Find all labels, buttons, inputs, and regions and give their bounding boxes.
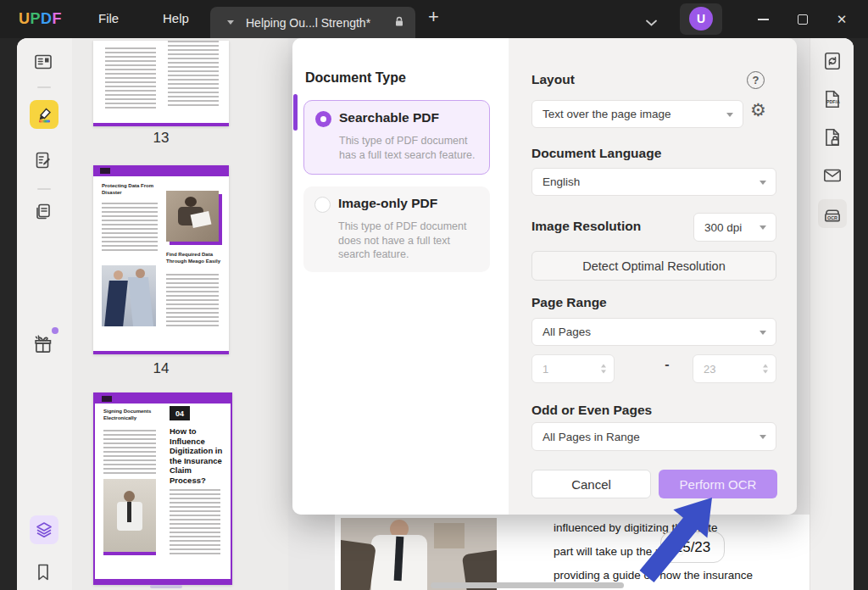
question-mark: ? [753, 74, 760, 86]
thumbnail-text-lines [166, 274, 219, 326]
organize-pages-button[interactable] [29, 198, 58, 226]
chevron-down-icon[interactable] [763, 370, 768, 374]
range-to-stepper[interactable]: 23 [693, 354, 776, 383]
reader-mode-button[interactable] [29, 47, 58, 76]
thumbnail-page-15-selected[interactable]: Signing Documents Electronically 04 How … [93, 392, 232, 585]
thumbnail-scrollbar[interactable] [150, 585, 182, 588]
document-tab[interactable]: Helping Ou...l Strength* [210, 7, 415, 38]
comment-tool-button[interactable] [30, 100, 58, 129]
document-type-heading: Document Type [305, 70, 406, 86]
thumbnail-page-14[interactable]: Protecting Data From Disaster Find Requi… [93, 165, 229, 354]
resolution-label: Image Resolution [531, 219, 641, 234]
svg-text:PDF/A: PDF/A [826, 99, 840, 104]
option-title: Image-only PDF [338, 196, 437, 211]
close-button[interactable]: ✕ [825, 0, 859, 38]
chevron-up-icon[interactable] [763, 365, 768, 368]
odd-even-label: Odd or Even Pages [531, 403, 652, 418]
page-accent-bar [95, 579, 231, 583]
range-from-stepper[interactable]: 1 [531, 354, 615, 383]
logo-letter: D [41, 10, 53, 27]
logo-letter: F [53, 10, 63, 27]
bookmark-icon [33, 562, 53, 582]
resolution-select[interactable]: 300 dpi [693, 213, 776, 242]
page-number-label: 13 [93, 130, 229, 147]
odd-even-select[interactable]: All Pages in Range [531, 422, 776, 451]
range-to-value: 23 [704, 363, 715, 376]
layers-tool-button[interactable] [30, 515, 58, 544]
rewards-button[interactable] [29, 331, 58, 359]
stepper-arrows[interactable] [763, 365, 768, 374]
chevron-down-icon [726, 113, 733, 117]
pointer-arrow-annotation [632, 493, 733, 590]
thumbnail-text-lines [102, 203, 158, 252]
protect-pdf-button[interactable] [818, 123, 847, 152]
language-select[interactable]: English [531, 168, 776, 196]
chevron-down-icon[interactable] [601, 370, 606, 374]
dialog-scrollbar[interactable] [293, 94, 298, 131]
document-lock-icon [821, 126, 843, 148]
option-description: This type of PDF document does not have … [338, 220, 484, 262]
notification-dot [52, 327, 58, 334]
ocr-button[interactable]: OCR [818, 199, 847, 228]
edit-pdf-button[interactable] [29, 146, 58, 175]
language-label: Document Language [531, 146, 661, 161]
help-icon[interactable]: ? [747, 71, 765, 89]
header-chip [102, 396, 112, 402]
radio-unselected-icon[interactable] [314, 197, 331, 213]
menu-file[interactable]: File [98, 11, 119, 25]
share-email-button[interactable] [818, 161, 847, 190]
ocr-settings-panel: Layout ? Text over the page image ⚙ Docu… [509, 38, 797, 515]
page-header-bar [93, 165, 229, 176]
convert-document-icon [821, 50, 843, 72]
new-tab-button[interactable]: + [428, 6, 439, 28]
mini-title: How to Influence Digitization in the Ins… [170, 426, 224, 485]
perform-ocr-label: Perform OCR [680, 477, 757, 492]
account-button[interactable]: U [680, 3, 722, 35]
marker-pencil-icon [35, 105, 53, 124]
left-toolbar [17, 38, 72, 590]
tab-title: Helping Ou...l Strength* [246, 16, 387, 30]
ocr-icon: OCR [821, 203, 843, 225]
ocr-dialog: Document Type Searchable PDF This type o… [292, 38, 797, 515]
detect-resolution-button[interactable]: Detect Optimal Resolution [531, 251, 776, 281]
menu-help[interactable]: Help [163, 11, 189, 25]
odd-even-value: All Pages in Range [542, 431, 640, 443]
avatar[interactable]: U [689, 7, 713, 31]
thumbnail-page-13[interactable] [93, 41, 229, 126]
radio-selected-icon[interactable] [315, 111, 331, 127]
layout-select[interactable]: Text over the page image [531, 100, 743, 128]
page-range-select[interactable]: All Pages [531, 318, 776, 346]
thumbnail-text-lines [168, 41, 219, 109]
maximize-button[interactable] [786, 0, 820, 38]
option-image-only-pdf[interactable]: Image-only PDF This type of PDF document… [303, 186, 490, 272]
chevron-up-icon[interactable] [601, 365, 606, 368]
stepper-arrows[interactable] [601, 365, 606, 374]
option-searchable-pdf[interactable]: Searchable PDF This type of PDF document… [303, 100, 490, 175]
thumbnail-text-lines [170, 489, 220, 555]
layers-icon [34, 520, 54, 540]
page-header-bar [95, 394, 231, 404]
maximize-icon [798, 14, 808, 25]
horizontal-scrollbar[interactable] [431, 582, 624, 588]
chevron-down-icon[interactable] [646, 14, 657, 30]
language-value: English [542, 175, 580, 188]
gear-icon[interactable]: ⚙ [750, 100, 766, 120]
thumbnail-text-lines [103, 430, 156, 474]
option-description: This type of PDF document has a full tex… [339, 134, 485, 162]
bookmark-button[interactable] [29, 558, 58, 587]
document-photo [341, 518, 497, 590]
range-separator: - [654, 357, 680, 372]
mini-photo-man [166, 191, 219, 242]
minimize-button[interactable] [746, 0, 780, 38]
page-accent-bar [93, 123, 229, 126]
thumbnail-text-lines [105, 47, 156, 109]
page-number-label: 14 [93, 360, 229, 377]
resolution-value: 300 dpi [704, 221, 742, 234]
convert-pdf-button[interactable] [818, 47, 847, 75]
chevron-down-icon[interactable] [227, 20, 234, 25]
pdfa-button[interactable]: PDF/A [818, 85, 847, 114]
mini-heading: Protecting Data From Disaster [102, 183, 163, 196]
mini-heading: Signing Documents Electronically [103, 409, 163, 421]
right-toolbar: PDF/A OCR [810, 38, 854, 590]
lock-icon [393, 15, 405, 31]
